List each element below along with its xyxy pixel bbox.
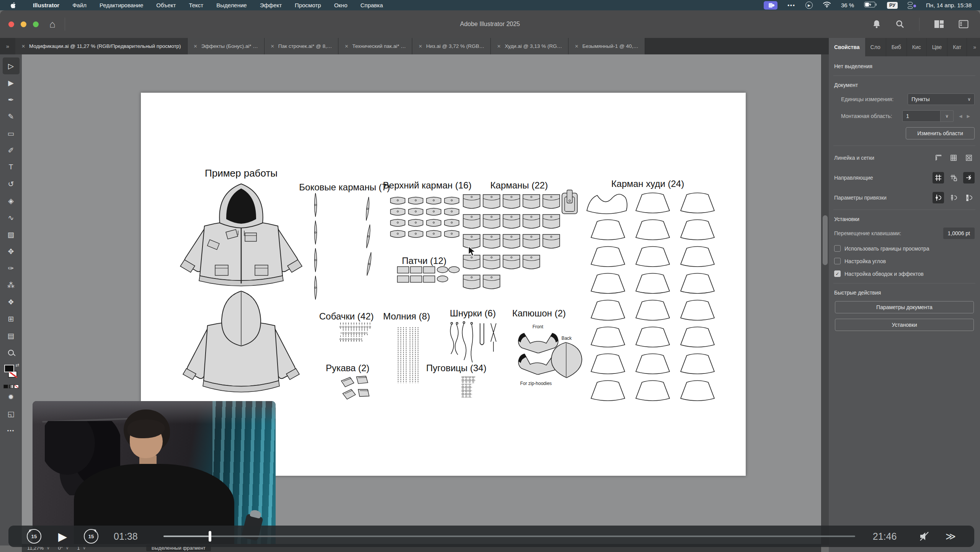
panel-expand-icon[interactable]: » <box>0 38 15 54</box>
preferences-button[interactable]: Установки <box>835 319 974 331</box>
next-artboard-icon[interactable]: ▶ <box>967 114 975 118</box>
snap-to-pixel-icon[interactable] <box>963 192 975 203</box>
menu-item-window[interactable]: Окно <box>328 2 354 8</box>
doc-tab-effects[interactable]: ✕ Эффекты (Бонус).ai* … <box>188 38 265 54</box>
menu-item-file[interactable]: Файл <box>66 2 93 8</box>
zoom-tool[interactable] <box>3 344 20 361</box>
menu-item-illustrator[interactable]: Illustrator <box>26 2 66 8</box>
artboard-number-field[interactable]: 1 <box>902 110 941 122</box>
eraser-tool[interactable]: ◈ <box>3 192 20 209</box>
fill-swatch[interactable] <box>4 365 14 372</box>
label-hood-front[interactable]: Front <box>532 324 543 329</box>
units-dropdown[interactable]: Пункты ∨ <box>908 93 975 105</box>
doc-tab-untitled[interactable]: ✕ Безымянный-1 @ 40,… <box>568 38 645 54</box>
artboard-nav-arrows[interactable]: ◀▶ <box>959 114 975 119</box>
more-status-icon[interactable]: ••• <box>787 2 795 8</box>
label-patches[interactable]: Патчи (12) <box>402 256 446 266</box>
gradient-tool[interactable]: ▧ <box>3 226 20 243</box>
paintbrush-tool[interactable]: ✐ <box>3 142 20 159</box>
edit-toolbar-ellipsis[interactable]: ••• <box>3 422 20 439</box>
label-hood[interactable]: Капюшон (2) <box>512 308 566 319</box>
eyedropper-tool[interactable]: ✑ <box>3 260 20 277</box>
slice-tool[interactable]: ▤ <box>3 327 20 344</box>
type-tool[interactable]: T <box>3 159 20 175</box>
playback-speed-icon[interactable]: ≫ <box>946 531 956 542</box>
seek-bar[interactable] <box>163 536 855 537</box>
corners-checkbox[interactable] <box>834 258 841 264</box>
free-transform-tool[interactable]: ✥ <box>3 243 20 260</box>
lock-guides-icon[interactable] <box>948 172 959 183</box>
shape-builder-tool[interactable]: ❖ <box>3 293 20 310</box>
input-language-badge[interactable]: РУ <box>887 2 898 9</box>
curvature-tool[interactable]: ✎ <box>3 108 20 125</box>
panel-collapse-icon[interactable]: » <box>973 38 980 56</box>
skip-forward-15-button[interactable]: 15 <box>84 529 98 544</box>
menu-item-view[interactable]: Просмотр <box>288 2 328 8</box>
workspace-switcher-icon[interactable] <box>959 20 969 28</box>
screen-recording-icon[interactable] <box>764 1 777 10</box>
playback-status-icon[interactable]: ▶ <box>805 2 813 9</box>
tab-layers[interactable]: Сло <box>865 38 886 56</box>
tab-color[interactable]: Цве <box>927 38 947 56</box>
artboard-tool[interactable]: ⊞ <box>3 310 20 327</box>
view-bounds-checkbox[interactable] <box>834 245 841 252</box>
search-icon[interactable] <box>895 20 905 29</box>
menu-item-type[interactable]: Текст <box>182 2 210 8</box>
menu-item-select[interactable]: Выделение <box>210 2 253 8</box>
close-tab-icon[interactable]: ✕ <box>345 44 348 49</box>
screen-mode-button[interactable]: ◱ <box>3 405 20 422</box>
close-tab-icon[interactable]: ✕ <box>194 44 198 49</box>
ruler-icon[interactable] <box>933 152 944 164</box>
tab-properties[interactable]: Свойства <box>829 38 865 56</box>
snap-to-point-icon[interactable] <box>933 192 944 203</box>
grid-icon[interactable] <box>948 152 959 164</box>
close-tab-icon[interactable]: ✕ <box>497 44 501 49</box>
document-setup-button[interactable]: Параметры документа <box>835 301 974 313</box>
prev-artboard-icon[interactable]: ◀ <box>959 114 967 118</box>
symbol-sprayer-tool[interactable]: ⁂ <box>3 277 20 293</box>
seek-bar-handle[interactable] <box>209 531 211 542</box>
close-tab-icon[interactable]: ✕ <box>418 44 422 49</box>
tab-libraries[interactable]: Биб <box>886 38 907 56</box>
doc-tab-modifications[interactable]: ✕ Модификации.ai @ 11,27 % (RGB/Предвари… <box>15 38 188 54</box>
vertical-scrollbar[interactable] <box>821 54 829 545</box>
menu-bar-clock[interactable]: Пн, 14 апр. 15:38 <box>926 2 972 8</box>
nudge-value-field[interactable]: 1,0006 pt <box>943 228 975 239</box>
edit-artboards-button[interactable]: Изменить области <box>906 127 975 139</box>
play-button[interactable]: ▶ <box>58 530 67 543</box>
mute-icon[interactable] <box>919 531 930 542</box>
label-buttons[interactable]: Пуговицы (34) <box>426 363 486 373</box>
show-guides-icon[interactable] <box>933 172 944 183</box>
rectangle-tool[interactable]: ▭ <box>3 125 20 142</box>
label-pockets[interactable]: Карманы (22) <box>490 180 548 191</box>
pixel-grid-icon[interactable] <box>963 152 975 164</box>
tab-catalog[interactable]: Кат <box>947 38 967 56</box>
artboard-dropdown-button[interactable]: ∨ <box>941 110 954 122</box>
strokes-effects-checkbox[interactable]: ✓ <box>834 270 841 277</box>
close-tab-icon[interactable]: ✕ <box>21 44 25 49</box>
label-hoodie-pocket[interactable]: Карман худи (24) <box>611 179 684 189</box>
label-hood-zip[interactable]: For zip-hoodies <box>520 381 552 386</box>
wifi-icon[interactable] <box>823 2 831 9</box>
fill-stroke-swatches[interactable]: ⇄ <box>3 362 20 382</box>
control-center-icon[interactable] <box>908 2 916 9</box>
close-tab-icon[interactable]: ✕ <box>575 44 578 49</box>
close-tab-icon[interactable]: ✕ <box>271 44 274 49</box>
label-example[interactable]: Пример работы <box>205 167 278 179</box>
arrange-documents-icon[interactable] <box>934 20 944 28</box>
menu-item-edit[interactable]: Редактирование <box>93 2 150 8</box>
smart-guides-icon[interactable] <box>963 172 975 183</box>
doc-tab-tech-pack[interactable]: ✕ Технический пак.ai* … <box>338 38 412 54</box>
menu-item-help[interactable]: Справка <box>354 2 389 8</box>
apple-menu-icon[interactable] <box>11 2 16 9</box>
label-sleeves[interactable]: Рукава (2) <box>326 363 369 373</box>
doc-tab-bottoms[interactable]: ✕ Низ.ai @ 3,72 % (RGB… <box>412 38 491 54</box>
label-side-pockets[interactable]: Боковые карманы (7) <box>299 182 390 193</box>
doc-tab-hoodie[interactable]: ✕ Худи.ai @ 3,13 % (RG… <box>491 38 568 54</box>
label-pulls[interactable]: Собачки (42) <box>319 311 374 322</box>
swap-fill-stroke-icon[interactable]: ⇄ <box>15 362 19 368</box>
rotate-tool[interactable]: ↺ <box>3 175 20 192</box>
menu-item-effect[interactable]: Эффект <box>253 2 288 8</box>
label-zipper[interactable]: Молния (8) <box>383 311 430 322</box>
label-top-pocket[interactable]: Верхний карман (16) <box>383 180 471 191</box>
